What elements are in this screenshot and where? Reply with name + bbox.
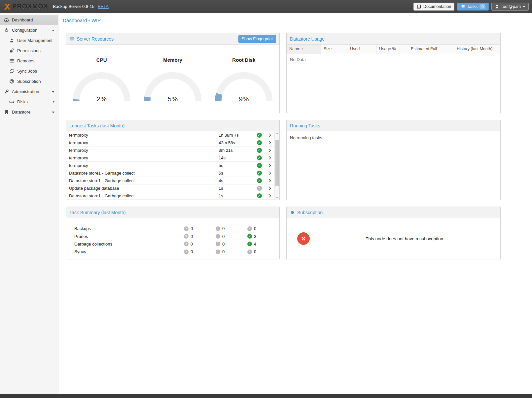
panel-subscription: Subscription × This node does not have a… bbox=[286, 207, 501, 259]
error-circle-icon: × bbox=[184, 242, 189, 246]
sort-asc-icon: ↑ bbox=[301, 47, 303, 51]
task-row[interactable]: Datastore store1 - Garbage collect 4s ✓ bbox=[66, 177, 274, 184]
user-icon bbox=[495, 4, 499, 9]
panel-longest-tasks: Longest Tasks (last Month) termproxy 1h … bbox=[66, 120, 280, 200]
proxmox-logo: PROXMOX bbox=[3, 3, 48, 11]
subscription-message: This node does not have a subscription. bbox=[310, 236, 500, 241]
sidebar-label: Remotes bbox=[17, 58, 34, 63]
task-row[interactable]: termproxy 42m 58s ✓ bbox=[66, 139, 274, 147]
error-count: 0 bbox=[191, 226, 193, 231]
task-duration: 3m 21s bbox=[219, 148, 253, 153]
longest-tasks-grid: termproxy 1h 38m 7s ✓ termproxy 42m 58s … bbox=[66, 131, 279, 200]
scrollbar-thumb[interactable] bbox=[275, 140, 279, 186]
sidebar-item-administration[interactable]: Administration bbox=[0, 86, 58, 97]
column-header-size[interactable]: Size bbox=[321, 45, 347, 54]
panel-header: Running Tasks bbox=[287, 120, 500, 131]
column-header-name[interactable]: Name↑ bbox=[287, 45, 321, 54]
user-menu-button[interactable]: root@pam bbox=[491, 3, 529, 11]
chevron-down-icon[interactable] bbox=[52, 112, 54, 113]
chevron-right-icon[interactable] bbox=[265, 164, 274, 167]
gauges: CPU 2% Memory bbox=[66, 45, 279, 104]
task-duration: 1s bbox=[219, 186, 253, 191]
chevron-right-icon[interactable] bbox=[265, 156, 274, 160]
task-row[interactable]: termproxy 5s ✓ bbox=[66, 162, 274, 169]
task-row[interactable]: termproxy 14s ✓ bbox=[66, 154, 274, 162]
chevron-right-icon[interactable] bbox=[53, 100, 54, 103]
ok-circle-icon: ✓ bbox=[247, 242, 252, 246]
summary-row-syncs[interactable]: Syncs ×0 !0 ✓0 bbox=[74, 248, 279, 255]
sidebar-item-disks[interactable]: Disks bbox=[0, 97, 58, 107]
sidebar-item-dashboard[interactable]: Dashboard bbox=[0, 15, 58, 25]
summary-label: Backups bbox=[74, 226, 184, 231]
task-status-icon: ✓ bbox=[257, 148, 262, 153]
task-duration: 5s bbox=[219, 163, 253, 168]
sidebar-label: Subscription bbox=[17, 79, 41, 84]
warning-count: 0 bbox=[222, 249, 225, 254]
scroll-down-arrow[interactable] bbox=[275, 195, 279, 200]
panel-server-resources: Server Resources Show Fingerprint CPU 2% bbox=[66, 33, 280, 113]
tasks-button[interactable]: Tasks 0 bbox=[457, 3, 489, 11]
sidebar-item-user-management[interactable]: User Management bbox=[0, 35, 58, 46]
summary-row-backups[interactable]: Backups ×0 !0 ✓0 bbox=[74, 225, 279, 232]
task-duration: 1h 38m 7s bbox=[219, 133, 253, 138]
task-duration: 42m 58s bbox=[219, 140, 253, 145]
chevron-right-icon[interactable] bbox=[265, 133, 274, 137]
task-name: termproxy bbox=[66, 133, 219, 138]
ok-count: 3 bbox=[254, 234, 256, 239]
sidebar-item-datastore[interactable]: Datastore bbox=[0, 107, 58, 117]
chevron-down-icon[interactable] bbox=[52, 91, 54, 93]
beta-link[interactable]: BETA bbox=[98, 4, 109, 9]
sidebar-label: Administration bbox=[12, 89, 39, 94]
sidebar-item-subscription[interactable]: Subscription bbox=[0, 76, 58, 86]
task-row[interactable]: Datastore store1 - Garbage collect 5s ✓ bbox=[66, 169, 274, 177]
warning-count: 0 bbox=[222, 226, 225, 231]
gauge-label: Root Disk bbox=[232, 57, 255, 63]
task-status-icon: ✓ bbox=[257, 155, 262, 160]
bars-icon bbox=[69, 36, 74, 41]
vertical-scrollbar[interactable] bbox=[274, 131, 279, 200]
panel-header: Datastore Usage bbox=[287, 33, 500, 45]
summary-row-prunes[interactable]: Prunes ×0 !0 ✓3 bbox=[74, 232, 279, 240]
task-summary-grid: Backups ×0 !0 ✓0 Prunes ×0 !0 ✓3 Garbage… bbox=[66, 218, 279, 256]
error-circle-icon: × bbox=[184, 234, 189, 239]
chevron-down-icon[interactable] bbox=[52, 30, 54, 31]
task-row[interactable]: termproxy 3m 21s ✓ bbox=[66, 147, 274, 154]
sidebar-item-sync-jobs[interactable]: Sync Jobs bbox=[0, 66, 58, 76]
chevron-right-icon[interactable] bbox=[265, 141, 274, 145]
task-status-icon: ✓ bbox=[257, 193, 262, 198]
sidebar-item-configuration[interactable]: Configuration bbox=[0, 25, 58, 35]
summary-label: Garbage collections bbox=[74, 242, 184, 247]
sidebar-label: Datastore bbox=[12, 110, 30, 115]
task-row[interactable]: Update package database 1s ? bbox=[66, 184, 274, 192]
task-row[interactable]: termproxy 1h 38m 7s ✓ bbox=[66, 131, 274, 139]
column-header-used[interactable]: Used bbox=[347, 45, 376, 54]
chevron-right-icon[interactable] bbox=[265, 171, 274, 175]
sidebar-label: Configuration bbox=[12, 28, 37, 33]
task-name: termproxy bbox=[66, 148, 219, 153]
sidebar-item-permissions[interactable]: Permissions bbox=[0, 46, 58, 56]
chevron-right-icon[interactable] bbox=[265, 194, 274, 198]
ok-circle-icon: ✓ bbox=[247, 234, 252, 239]
chevron-right-icon[interactable] bbox=[265, 186, 274, 190]
gauge-root-disk: Root Disk 9% bbox=[211, 57, 277, 104]
column-header-history[interactable]: History (last Month) bbox=[454, 45, 500, 54]
ok-count: 4 bbox=[254, 242, 256, 247]
chevron-right-icon[interactable] bbox=[265, 179, 274, 182]
task-duration: 4s bbox=[219, 178, 253, 183]
task-row[interactable]: Datastore store1 - Garbage collect 1s ✓ bbox=[66, 192, 274, 200]
summary-row-garbage-collections[interactable]: Garbage collections ×0 !0 ✓4 bbox=[74, 240, 279, 248]
task-name: Datastore store1 - Garbage collect bbox=[66, 178, 219, 183]
gauge-value: 9% bbox=[214, 95, 273, 103]
chevron-right-icon[interactable] bbox=[265, 149, 274, 152]
task-status-icon: ✓ bbox=[257, 133, 262, 138]
scroll-up-arrow[interactable] bbox=[275, 131, 279, 136]
user-label: root@pam bbox=[501, 4, 521, 9]
warning-circle-icon: ! bbox=[216, 234, 220, 239]
documentation-button[interactable]: Documentation bbox=[413, 3, 454, 11]
gauge-label: CPU bbox=[96, 57, 107, 63]
ok-count: 0 bbox=[254, 249, 256, 254]
sidebar-item-remotes[interactable]: Remotes bbox=[0, 56, 58, 66]
show-fingerprint-button[interactable]: Show Fingerprint bbox=[238, 35, 276, 43]
column-header-usage-pct[interactable]: Usage % bbox=[376, 45, 408, 54]
column-header-estimated-full[interactable]: Estimated Full bbox=[408, 45, 454, 54]
